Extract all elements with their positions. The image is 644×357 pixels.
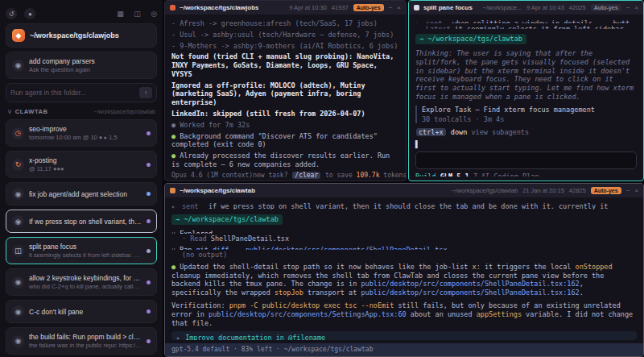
- ran-label: Ran: [180, 246, 192, 250]
- pane-clawtab-titlebar: ~/workspace/tgs/clawtab ~/workspace/tgs/…: [165, 184, 643, 197]
- text-segment: GLM-5.1: [440, 172, 469, 176]
- subagent-task-card[interactable]: Explore Task – Find xterm focus manageme…: [415, 106, 637, 124]
- question-card[interactable]: ◉ add company parsers Ask the question a…: [6, 52, 157, 79]
- working-dir-pill[interactable]: → ~/workspace/tgs/clawtab: [171, 214, 283, 225]
- autoyes-toggle[interactable]: Auto-yes: [591, 187, 621, 194]
- autoyes-toggle[interactable]: Auto-yes: [353, 4, 384, 11]
- grid-icon[interactable]: ▦: [117, 10, 124, 18]
- sidebar-item-x-posting[interactable]: ↻ x-posting @ 11,17 ●●●: [6, 151, 157, 178]
- panel-icon[interactable]: ◫: [134, 10, 141, 18]
- explored-group[interactable]: ∨ Explored: [171, 230, 637, 234]
- sidebar-item-fix-job-agent[interactable]: ◉ fix job agent/add agent selection: [6, 182, 157, 205]
- explored-label: Explored: [180, 230, 213, 234]
- sent-message-row: ▸ sent if we press stop on shell variant…: [171, 202, 637, 210]
- terminal-line: Ignored as off-profile: MOLOCO (adtech),…: [171, 81, 399, 107]
- send-icon[interactable]: ↑: [139, 87, 152, 98]
- terminal-splitpane[interactable]: ▸ sent when splitting a window in detail…: [409, 15, 643, 181]
- status-dot: [147, 163, 151, 167]
- latest-text: it seemingly selects it from left sideba…: [455, 25, 637, 29]
- task-subtitle: tomorrow 10:00 am @ 10 ● ▸ 1,5: [29, 134, 142, 141]
- run-agent-row: ↑: [6, 83, 157, 102]
- project-icon: ◆: [12, 29, 25, 42]
- text-segment: Verification:: [171, 301, 229, 309]
- history-icon[interactable]: ↺: [6, 8, 17, 19]
- sidebar-item-two-keystroke[interactable]: ◉ allow 2 keystroke keybindings, for ex.…: [6, 268, 157, 296]
- pane-clawtab[interactable]: ~/workspace/tgs/clawtab ~/workspace/tgs/…: [164, 183, 644, 357]
- pane-title: split pane focus: [423, 4, 473, 11]
- status-dot: [147, 219, 151, 223]
- text-segment: 109.7k: [357, 172, 380, 179]
- task-title: C-c don't kill pane: [29, 308, 142, 316]
- pane-clawjobs[interactable]: ~/workspace/tgs/clawjobs 9 Apr at 10:30 …: [164, 0, 407, 181]
- text-segment: Improve documentation in: [185, 334, 288, 340]
- ran-group[interactable]: ∨ Ran git diff -- public/desktop/src/com…: [171, 246, 637, 250]
- clock-icon: ◷: [12, 127, 24, 139]
- task-text: fix job agent/add agent selection: [29, 190, 142, 198]
- sidebar-item-split-pane-focus[interactable]: ◫ split pane focus it seemingly selects …: [6, 237, 157, 264]
- sidebar-item-press-stop-shell[interactable]: ◉ If we press stop on shell variant, the…: [6, 210, 157, 233]
- terminal-clawjobs[interactable]: - Afresh -> greenhouse:afresh (tech/SaaS…: [165, 15, 406, 181]
- chevron-down-icon: ∨: [171, 230, 175, 234]
- text-segment: - Usul -> ashby:usul (tech/Hardware – de…: [171, 31, 394, 39]
- terminal-line: - Usul -> ashby:usul (tech/Hardware – de…: [171, 31, 399, 39]
- arrow-icon: →: [419, 35, 427, 43]
- text-segment: ●: [171, 152, 180, 160]
- task-card-title: Explore Task – Find xterm focus manageme…: [422, 106, 637, 114]
- project-title: ~/workspace/tgs/clawjobs: [30, 31, 119, 39]
- text-segment: Read: [190, 235, 211, 243]
- text-segment: appSettings: [477, 310, 522, 318]
- sent-text: if we press stop on shell variant, then …: [208, 202, 637, 210]
- text-segment: about an unused: [407, 310, 477, 318]
- task-title: x-posting: [29, 156, 142, 164]
- status-dot: [147, 192, 151, 196]
- task-title: the build fails: Run pnpm build > claw..…: [29, 333, 142, 341]
- close-icon[interactable]: ×: [634, 4, 638, 11]
- minimize-icon[interactable]: −: [626, 4, 630, 11]
- prompt-icon: ▸: [415, 19, 422, 23]
- prompt-input-box[interactable]: [415, 152, 637, 169]
- spacer: [415, 25, 422, 29]
- clawtab-section-header[interactable]: ∨ CLAWTAB ~/workspace/tgs/clawtab: [6, 106, 157, 115]
- text-segment: .: [580, 289, 584, 297]
- minimize-icon[interactable]: −: [389, 4, 393, 11]
- minimize-icon[interactable]: −: [626, 187, 630, 194]
- text-segment: to save: [321, 172, 356, 179]
- notification-icon[interactable]: ◎: [151, 10, 157, 18]
- task-text: x-posting @ 11,17 ●●●: [29, 156, 142, 172]
- status-dot: [147, 339, 151, 343]
- text-segment: Background command "Discover ATS for can…: [171, 132, 378, 149]
- text-segment: LinkedIn: skipped (still fresh from 2026…: [171, 110, 365, 118]
- pane-split-pane-focus[interactable]: split pane focus ~/workspace... 9 Apr at…: [408, 0, 644, 181]
- sidebar-item-seo-improve[interactable]: ◷ seo-improve tomorrow 10:00 am @ 10 ● ▸…: [6, 119, 157, 147]
- text-segment: stopJob: [275, 289, 303, 297]
- sidebar-item-cc-dont-kill[interactable]: ◉ C-c don't kill pane: [6, 300, 157, 323]
- latest-message-row: Latest it seemingly selects it from left…: [415, 25, 637, 29]
- text-segment: - 9-Mothers -> ashby:9-mothers (ai/AI Ro…: [171, 42, 398, 50]
- ran-command: git diff -- public/desktop/src/component…: [196, 246, 447, 250]
- text-segment: ctrl+x: [416, 128, 446, 136]
- profile-icon[interactable]: ●: [24, 8, 35, 19]
- task-text: If we press stop on shell variant, then.…: [29, 218, 142, 226]
- app-window: ↺ ● ▦ ◫ ◎ ◆ ~/workspace/tgs/clawjobs ◉ a…: [0, 0, 644, 357]
- pane-date: 21 Jan at 20:15: [522, 187, 564, 194]
- suggestion-row[interactable]: ▸ Improve documentation in @filename: [171, 331, 637, 340]
- assistant-result-paragraph: ● Updated the shell-detail stop path so …: [171, 263, 637, 297]
- task-subtitle: the failure was in the public repo: http…: [29, 342, 142, 349]
- clear-hint[interactable]: new task? /clear to save 109.7k tokens: [253, 172, 406, 180]
- task-text: the build fails: Run pnpm build > claw..…: [29, 333, 142, 349]
- text-segment: ●: [171, 121, 180, 129]
- model-status-row: Build GLM-5.1 Z.AI Coding Plan: [415, 172, 637, 176]
- close-icon[interactable]: ×: [634, 187, 638, 194]
- terminal-clawtab[interactable]: ▸ sent if we press stop on shell variant…: [165, 197, 643, 356]
- text-segment: /clear: [292, 172, 320, 179]
- run-agent-input[interactable]: [10, 89, 135, 97]
- prompt-icon: ▸: [171, 202, 178, 210]
- working-dir-pill[interactable]: → ~/workspace/tgs/clawtab: [415, 34, 526, 44]
- close-icon[interactable]: ×: [397, 4, 401, 11]
- pane-status-icon: [170, 5, 175, 10]
- task-text: split pane focus it seemingly selects it…: [29, 243, 142, 259]
- task-subtitle: who did C-2+q to kill pane, actually cal…: [29, 283, 142, 290]
- project-card[interactable]: ◆ ~/workspace/tgs/clawjobs: [6, 23, 157, 48]
- autoyes-toggle[interactable]: Auto-yes: [591, 4, 621, 11]
- sidebar-item-build-fails[interactable]: ◉ the build fails: Run pnpm build > claw…: [6, 327, 157, 355]
